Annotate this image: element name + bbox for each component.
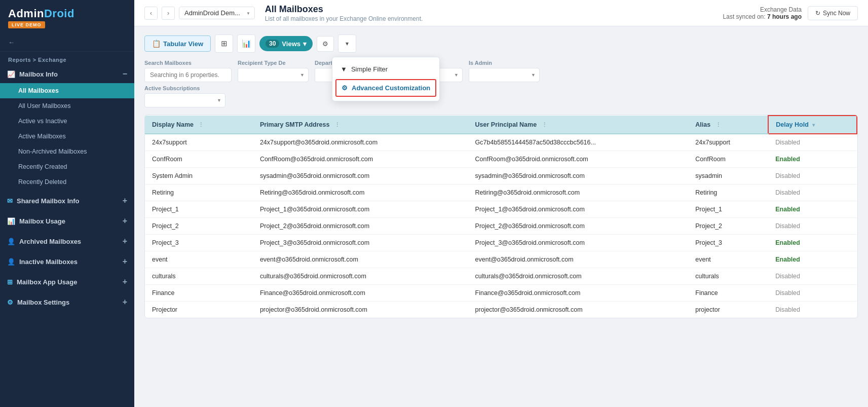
expand-icon-usage: + [123,216,127,226]
topbar-back-button[interactable]: ‹ [144,7,158,20]
search-input[interactable] [144,68,232,82]
table-row[interactable]: 24x7support 24x7support@o365droid.onmicr… [145,134,857,151]
sidebar-group-inactive: 👤 Inactive Mailboxes + [0,252,134,271]
cell-delay-hold: Disabled [768,184,857,201]
col-display-name[interactable]: Display Name ⋮ [145,116,253,134]
sidebar-group-header-archived[interactable]: 👤 Archived Mailboxes + [0,232,134,250]
cell-upn: Retiring@o365droid.onmicrosoft.com [468,184,689,201]
sidebar-group-header-mailbox-info[interactable]: 📈 Mailbox Info − [0,65,134,83]
table-row[interactable]: event event@o365droid.onmicrosoft.com ev… [145,251,857,268]
cell-delay-hold: Enabled [768,235,857,251]
col-upn-menu-icon[interactable]: ⋮ [542,122,547,128]
recipient-type-label: Recipient Type De [238,60,309,66]
sidebar-logo: AdminDroid LIVE DEMO [0,0,134,33]
topbar-forward-button[interactable]: › [162,7,175,20]
active-subscriptions-select-wrap [144,93,225,107]
table-row[interactable]: Finance Finance@o365droid.onmicrosoft.co… [145,285,857,302]
col-primary-smtp-menu-icon[interactable]: ⋮ [334,122,340,128]
table-row[interactable]: culturals culturals@o365droid.onmicrosof… [145,268,857,285]
table-row[interactable]: System Admin sysadmin@o365droid.onmicros… [145,168,857,184]
sidebar-item-recently-deleted[interactable]: Recently Deleted [0,174,134,190]
sidebar-group-header-settings[interactable]: ⚙ Mailbox Settings + [0,293,134,311]
cell-delay-hold: Enabled [768,201,857,218]
mailbox-usage-icon: 📊 [7,217,15,225]
sidebar-group-mailbox-info: 📈 Mailbox Info − All Mailboxes All User … [0,65,134,190]
cell-delay-hold: Disabled [768,302,857,318]
tenant-selector[interactable]: AdminDroid Dem... [179,7,255,19]
advanced-customization-label: Advanced Customization [352,84,430,92]
cell-upn: event@o365droid.onmicrosoft.com [468,251,689,268]
col-alias[interactable]: Alias ⋮ [688,116,768,134]
chart-view-button[interactable]: 📊 [237,34,255,53]
filter-controls-button[interactable]: ⚙ [317,36,334,52]
tabular-view-button[interactable]: 📋 Tabular View [144,35,211,52]
col-delay-hold[interactable]: Delay Hold ▾ [768,116,857,134]
cell-alias: ConfRoom [688,151,768,168]
sidebar-item-non-archived-mailboxes[interactable]: Non-Archived Mailboxes [0,144,134,159]
table-row[interactable]: Project_3 Project_3@o365droid.onmicrosof… [145,235,857,251]
views-button[interactable]: 30 Views ▾ [259,36,313,51]
filter-dropdown-menu: ▼ Simple Filter ⚙ Advanced Customization [332,57,440,101]
sync-now-button[interactable]: ↻ Sync Now [808,6,858,20]
cell-upn: projector@o365droid.onmicrosoft.com [468,302,689,318]
sidebar-item-active-mailboxes[interactable]: Active Mailboxes [0,129,134,144]
advanced-customization-option[interactable]: ⚙ Advanced Customization [335,79,436,97]
cell-delay-hold: Enabled [768,151,857,168]
cell-upn: sysadmin@o365droid.onmicrosoft.com [468,168,689,184]
inactive-icon: 👤 [7,258,15,266]
sidebar-group-header-shared-mailbox[interactable]: ✉ Shared Mailbox Info + [0,192,134,210]
cell-display-name: Project_3 [145,235,253,251]
col-upn[interactable]: User Principal Name ⋮ [468,116,689,134]
cell-primary-smtp: Project_1@o365droid.onmicrosoft.com [253,201,468,218]
cell-alias: Retiring [688,184,768,201]
col-upn-label: User Principal Name [475,121,537,128]
sidebar-group-header-inactive[interactable]: 👤 Inactive Mailboxes + [0,252,134,271]
cell-upn: Finance@o365droid.onmicrosoft.com [468,285,689,302]
expand-icon-archived: + [123,237,127,246]
table-row[interactable]: Project_1 Project_1@o365droid.onmicrosof… [145,201,857,218]
col-display-name-menu-icon[interactable]: ⋮ [198,122,204,128]
col-primary-smtp[interactable]: Primary SMTP Address ⋮ [253,116,468,134]
cell-alias: Project_3 [688,235,768,251]
is-admin-select[interactable] [469,68,540,82]
cell-alias: projector [688,302,768,318]
table-row[interactable]: Retiring Retiring@o365droid.onmicrosoft.… [145,184,857,201]
simple-filter-option[interactable]: ▼ Simple Filter [332,60,439,78]
cell-delay-hold: Disabled [768,134,857,151]
col-alias-menu-icon[interactable]: ⋮ [715,122,721,128]
sidebar-group-label-app-usage: Mailbox App Usage [17,278,77,286]
cell-display-name: 24x7support [145,134,253,151]
cell-primary-smtp: sysadmin@o365droid.onmicrosoft.com [253,168,468,184]
sidebar-item-all-user-mailboxes[interactable]: All User Mailboxes [0,98,134,114]
cell-primary-smtp: Retiring@o365droid.onmicrosoft.com [253,184,468,201]
filter-dropdown-button[interactable]: ▾ [338,34,356,53]
sidebar-group-header-app-usage[interactable]: ⊞ Mailbox App Usage + [0,273,134,291]
expand-icon-app-usage: + [123,277,127,286]
main-content: ‹ › AdminDroid Dem... All Mailboxes List… [134,0,868,407]
topbar: ‹ › AdminDroid Dem... All Mailboxes List… [134,0,868,26]
export-csv-button[interactable]: ⊞ [215,34,233,53]
table-row[interactable]: Projector projector@o365droid.onmicrosof… [145,302,857,318]
cell-upn: culturals@o365droid.onmicrosoft.com [468,268,689,285]
cell-upn: ConfRoom@o365droid.onmicrosoft.com [468,151,689,168]
sidebar-item-all-mailboxes[interactable]: All Mailboxes [0,83,134,98]
filter-funnel-icon: ▼ [341,65,347,73]
export-csv-icon: ⊞ [221,39,228,48]
cell-display-name: culturals [145,268,253,285]
sidebar-group-header-mailbox-usage[interactable]: 📊 Mailbox Usage + [0,212,134,230]
recipient-type-select[interactable] [238,68,309,82]
active-subscriptions-select[interactable] [144,93,225,107]
cell-alias: event [688,251,768,268]
sidebar-back-button[interactable]: ← [0,33,134,52]
col-delay-hold-label: Delay Hold [776,121,809,128]
last-synced-label: Last synced on: [723,13,766,20]
sidebar-item-active-vs-inactive[interactable]: Active vs Inactive [0,114,134,129]
cell-upn: Project_2@o365droid.onmicrosoft.com [468,218,689,235]
filters-row: Search Mailboxes Recipient Type De Depar… [144,60,858,82]
toolbar: 📋 Tabular View ⊞ 📊 30 Views ▾ ⚙ ▾ [144,34,858,53]
last-synced-info: Last synced on: 7 hours ago [723,13,802,20]
table-row[interactable]: Project_2 Project_2@o365droid.onmicrosof… [145,218,857,235]
active-subscriptions-label: Active Subscriptions [144,85,225,91]
sidebar-item-recently-created[interactable]: Recently Created [0,159,134,174]
table-row[interactable]: ConfRoom ConfRoom@o365droid.onmicrosoft.… [145,151,857,168]
